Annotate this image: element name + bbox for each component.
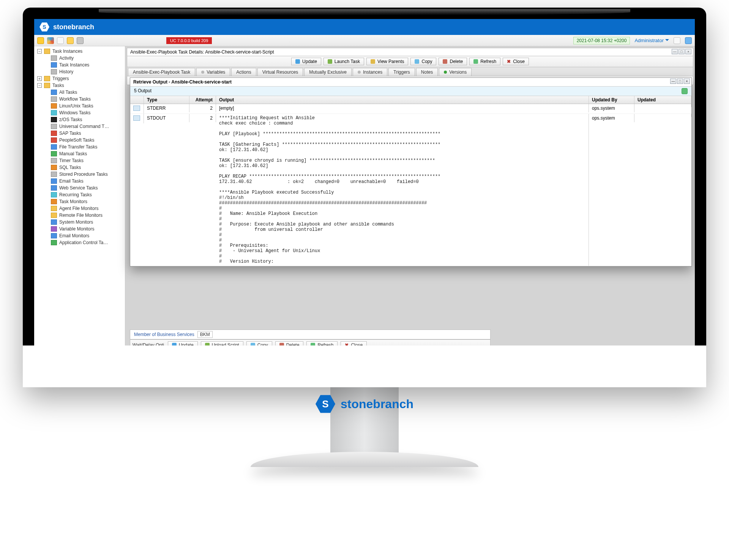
tree-item[interactable]: File Transfer Tasks <box>34 144 125 150</box>
toolbar-icon-4[interactable] <box>67 37 74 44</box>
chevron-down-icon <box>665 39 669 43</box>
build-badge: UC 7.0.0.0 build 209 <box>166 37 212 44</box>
row-icon <box>133 106 140 111</box>
dialog-refresh-icon[interactable] <box>682 88 688 94</box>
detail-toolbar: Update Launch Task View Parents Copy Del… <box>127 56 693 67</box>
output-table-body: STDERR 2 [empty] ops.system STDOUT 2 *** <box>130 104 691 266</box>
row-icon <box>133 115 140 121</box>
dialog-minimize-icon[interactable]: — <box>670 79 676 84</box>
close-icon[interactable]: × <box>685 49 691 54</box>
member-value: BKM <box>197 331 213 338</box>
tree-item[interactable]: Linux/Unix Tasks <box>34 103 125 109</box>
server-datetime: 2021-07-08 15:32 +0200 <box>573 37 630 44</box>
tree-item[interactable]: z/OS Tasks <box>34 116 125 123</box>
dialog-maximize-icon[interactable]: □ <box>677 79 683 84</box>
gear-icon[interactable] <box>77 37 84 44</box>
tree-item[interactable]: Variable Monitors <box>34 226 125 232</box>
detail-tabs: Ansible-Exec-Playbook Task Variables Act… <box>127 67 693 76</box>
tree-activity[interactable]: Activity <box>34 55 125 62</box>
copy-button[interactable]: Copy <box>410 58 436 65</box>
minimize-icon[interactable]: — <box>672 49 678 54</box>
monitor-brand: Sstonebranch <box>316 394 413 414</box>
tree-item[interactable]: Application Control Ta… <box>34 239 125 246</box>
member-services-row: Member of Business Services BKM <box>130 330 491 339</box>
tree-item[interactable]: Email Tasks <box>34 178 125 185</box>
navigation-tree: −Task Instances Activity Task Instances … <box>34 46 125 376</box>
tree-item[interactable]: SQL Tasks <box>34 164 125 171</box>
brand-icon: S <box>39 22 49 32</box>
tab-ansible-exec[interactable]: Ansible-Exec-Playbook Task <box>128 68 195 76</box>
tree-triggers[interactable]: +Triggers <box>34 75 125 82</box>
tree-tasks[interactable]: −Tasks <box>34 82 125 89</box>
tab-notes[interactable]: Notes <box>416 68 438 76</box>
delete-button[interactable]: Delete <box>439 58 467 65</box>
close-button[interactable]: ✖Close <box>503 58 529 65</box>
output-table-header: Type Attempt Output Updated By Updated <box>130 96 691 104</box>
tree-item[interactable]: Stored Procedure Tasks <box>34 171 125 178</box>
refresh-button[interactable]: Refresh <box>469 58 500 65</box>
tree-item[interactable]: PeopleSoft Tasks <box>34 137 125 144</box>
toolbar-icon-right-1[interactable] <box>674 37 680 44</box>
tab-mutually-exclusive[interactable]: Mutually Exclusive <box>304 68 352 76</box>
tree-item[interactable]: Windows Tasks <box>34 109 125 116</box>
app-header: S stonebranch <box>34 19 695 35</box>
stdout-output: ****Initiating Request with Ansible chec… <box>219 115 585 264</box>
tree-item[interactable]: Email Monitors <box>34 232 125 239</box>
tree-item[interactable]: Manual Tasks <box>34 150 125 157</box>
tree-item[interactable]: Timer Tasks <box>34 157 125 164</box>
tree-item[interactable]: All Tasks <box>34 89 125 96</box>
user-menu[interactable]: Administrator <box>634 38 669 43</box>
toolbar-icon-right-2[interactable] <box>685 37 692 44</box>
tab-variables[interactable]: Variables <box>196 68 230 76</box>
table-row[interactable]: STDERR 2 [empty] ops.system <box>130 104 691 114</box>
tab-versions[interactable]: Versions <box>439 68 472 76</box>
maximize-icon[interactable]: □ <box>679 49 685 54</box>
toolbar-icon-2[interactable] <box>47 37 54 44</box>
table-row[interactable]: STDOUT 2 ****Initiating Request with Ans… <box>130 114 691 266</box>
toolbar-icon-1[interactable] <box>37 37 44 44</box>
tree-item[interactable]: Task Monitors <box>34 198 125 205</box>
tree-item[interactable]: Recurring Tasks <box>34 191 125 198</box>
tree-item[interactable]: Agent File Monitors <box>34 205 125 212</box>
tab-actions[interactable]: Actions <box>231 68 256 76</box>
tab-virtual-resources[interactable]: Virtual Resources <box>257 68 303 76</box>
brand-name: stonebranch <box>53 23 94 31</box>
update-button[interactable]: Update <box>291 58 321 65</box>
tree-item[interactable]: Workflow Tasks <box>34 96 125 103</box>
dialog-close-icon[interactable]: × <box>684 79 690 84</box>
main-content: Ansible-Exec-Playbook Task Details: Ansi… <box>125 46 695 376</box>
tree-item[interactable]: Web Service Tasks <box>34 185 125 191</box>
output-count: 5 Output <box>134 88 151 94</box>
tree-item[interactable]: Remote File Monitors <box>34 212 125 219</box>
tab-triggers[interactable]: Triggers <box>388 68 415 76</box>
tree-history[interactable]: History <box>34 68 125 75</box>
tree-task-instances[interactable]: −Task Instances <box>34 48 125 55</box>
detail-panel-title: Ansible-Exec-Playbook Task Details: Ansi… <box>127 48 693 56</box>
global-toolbar: UC 7.0.0.0 build 209 2021-07-08 15:32 +0… <box>34 35 695 46</box>
dialog-title: Retrieve Output - Ansible-Check-service-… <box>130 78 691 87</box>
tree-item[interactable]: Universal Command T… <box>34 123 125 130</box>
tree-item[interactable]: System Monitors <box>34 219 125 226</box>
tree-task-instances-sub[interactable]: Task Instances <box>34 62 125 68</box>
tab-instances[interactable]: Instances <box>353 68 387 76</box>
launch-task-button[interactable]: Launch Task <box>323 58 364 65</box>
view-parents-button[interactable]: View Parents <box>366 58 408 65</box>
toolbar-icon-3[interactable] <box>57 37 64 44</box>
tree-item[interactable]: SAP Tasks <box>34 130 125 137</box>
retrieve-output-dialog: Retrieve Output - Ansible-Check-service-… <box>130 77 692 267</box>
